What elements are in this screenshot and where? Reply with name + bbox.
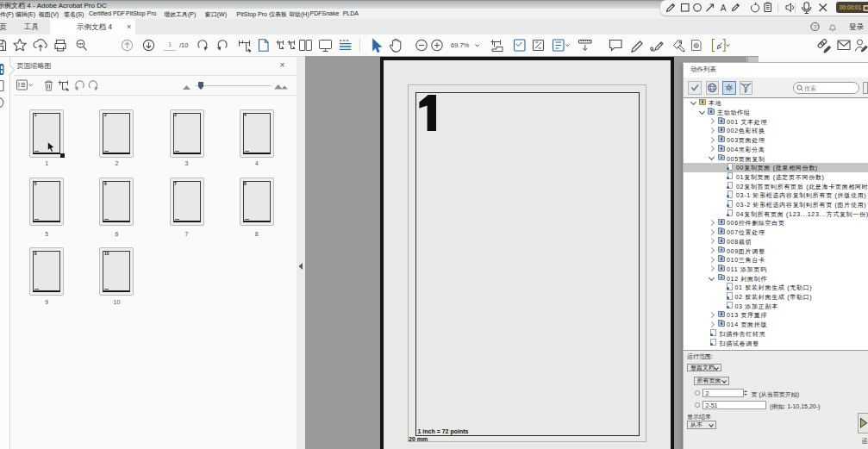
- svg-text:A: A: [721, 3, 727, 13]
- svg-text:?: ?: [813, 23, 816, 31]
